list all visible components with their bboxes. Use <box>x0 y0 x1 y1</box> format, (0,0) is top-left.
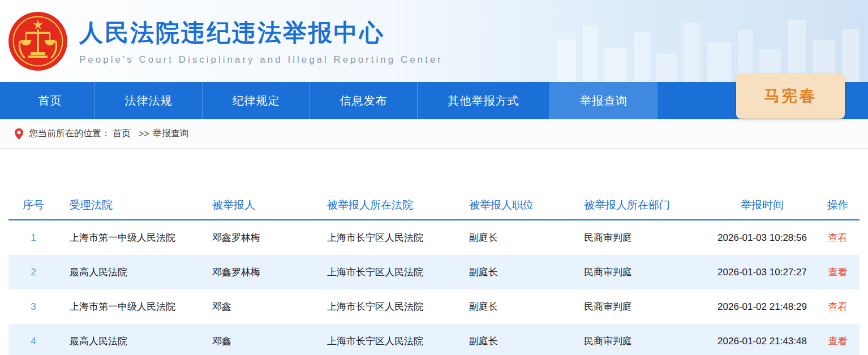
cell-department: 民商审判庭 <box>573 266 708 279</box>
table-row: 4 最高人民法院 邓鑫 上海市长宁区人民法院 副庭长 民商审判庭 2026-01… <box>8 324 860 355</box>
cell-reported-court: 上海市长宁区人民法院 <box>316 300 458 313</box>
cell-court: 上海市第一中级人民法院 <box>58 231 201 244</box>
skyline-decoration <box>551 8 868 82</box>
user-name-badge[interactable]: 马宪春 <box>736 73 845 119</box>
report-table: 序号 受理法院 被举报人 被举报人所在法院 被举报人职位 被举报人所在部门 举报… <box>8 191 860 355</box>
col-header-position: 被举报人职位 <box>458 198 573 213</box>
cell-position: 副庭长 <box>458 300 573 313</box>
cell-position: 副庭长 <box>458 335 573 348</box>
cell-time: 2026-01-02 21:43:48 <box>708 336 816 347</box>
cell-reported: 邓鑫罗林梅 <box>201 266 316 279</box>
col-header-court: 受理法院 <box>58 198 201 213</box>
view-link[interactable]: 查看 <box>828 336 848 347</box>
cell-reported: 邓鑫 <box>201 335 316 348</box>
cell-department: 民商审判庭 <box>573 300 708 313</box>
col-header-reported-court: 被举报人所在法院 <box>316 198 458 213</box>
cell-time: 2026-01-03 10:28:56 <box>708 232 816 244</box>
breadcrumb-separator: >> <box>139 129 149 139</box>
view-link[interactable]: 查看 <box>828 267 848 278</box>
cell-position: 副庭长 <box>458 231 573 244</box>
nav-item-laws[interactable]: 法律法规 <box>95 82 203 119</box>
cell-position: 副庭长 <box>458 266 573 279</box>
cell-reported-court: 上海市长宁区人民法院 <box>316 231 458 244</box>
view-link[interactable]: 查看 <box>828 232 848 243</box>
cell-reported-court: 上海市长宁区人民法院 <box>316 335 458 348</box>
cell-reported: 邓鑫 <box>201 300 316 313</box>
site-header: 人民法院违纪违法举报中心 People's Court Disciplinary… <box>0 0 868 82</box>
page: 人民法院违纪违法举报中心 People's Court Disciplinary… <box>0 0 868 355</box>
site-title: 人民法院违纪违法举报中心 <box>79 17 443 49</box>
table-row: 1 上海市第一中级人民法院 邓鑫罗林梅 上海市长宁区人民法院 副庭长 民商审判庭… <box>8 220 860 255</box>
breadcrumb-current: 举报查询 <box>153 128 189 140</box>
cell-court: 最高人民法院 <box>58 335 201 348</box>
cell-seq: 4 <box>8 336 58 347</box>
col-header-action: 操作 <box>816 198 860 213</box>
cell-court: 最高人民法院 <box>58 266 201 279</box>
title-block: 人民法院违纪违法举报中心 People's Court Disciplinary… <box>79 17 443 66</box>
court-emblem-logo <box>8 11 68 71</box>
col-header-department: 被举报人所在部门 <box>573 198 708 213</box>
site-subtitle: People's Court Disciplinary and Illegal … <box>79 54 443 66</box>
col-header-seq: 序号 <box>8 198 58 213</box>
cell-seq: 2 <box>8 267 58 278</box>
cell-reported: 邓鑫罗林梅 <box>201 231 316 244</box>
nav-item-other-report[interactable]: 其他举报方式 <box>418 82 550 119</box>
table-row: 2 最高人民法院 邓鑫罗林梅 上海市长宁区人民法院 副庭长 民商审判庭 2026… <box>8 255 860 289</box>
cell-reported-court: 上海市长宁区人民法院 <box>316 266 458 279</box>
cell-time: 2026-01-03 10:27:27 <box>708 267 816 278</box>
breadcrumb: 您当前所在的位置： 首页 >> 举报查询 <box>0 119 868 149</box>
nav-item-info[interactable]: 信息发布 <box>310 82 418 119</box>
nav-item-home[interactable]: 首页 <box>6 82 95 119</box>
cell-department: 民商审判庭 <box>573 335 708 348</box>
cell-department: 民商审判庭 <box>573 231 708 244</box>
cell-time: 2026-01-02 21:48:29 <box>708 301 816 313</box>
table-body: 1 上海市第一中级人民法院 邓鑫罗林梅 上海市长宁区人民法院 副庭长 民商审判庭… <box>8 220 860 355</box>
col-header-reported: 被举报人 <box>201 198 316 213</box>
table-header-row: 序号 受理法院 被举报人 被举报人所在法院 被举报人职位 被举报人所在部门 举报… <box>8 191 860 220</box>
table-row: 3 上海市第一中级人民法院 邓鑫 上海市长宁区人民法院 副庭长 民商审判庭 20… <box>8 289 860 324</box>
location-pin-icon <box>15 128 23 140</box>
breadcrumb-home-link[interactable]: 首页 <box>113 128 131 140</box>
nav-item-discipline[interactable]: 纪律规定 <box>203 82 310 119</box>
breadcrumb-prefix: 您当前所在的位置： <box>29 128 110 140</box>
col-header-time: 举报时间 <box>708 198 816 213</box>
cell-seq: 1 <box>8 232 58 244</box>
view-link[interactable]: 查看 <box>828 301 848 312</box>
cell-court: 上海市第一中级人民法院 <box>58 300 201 313</box>
cell-seq: 3 <box>8 301 58 313</box>
nav-item-report-query[interactable]: 举报查询 <box>550 82 658 119</box>
